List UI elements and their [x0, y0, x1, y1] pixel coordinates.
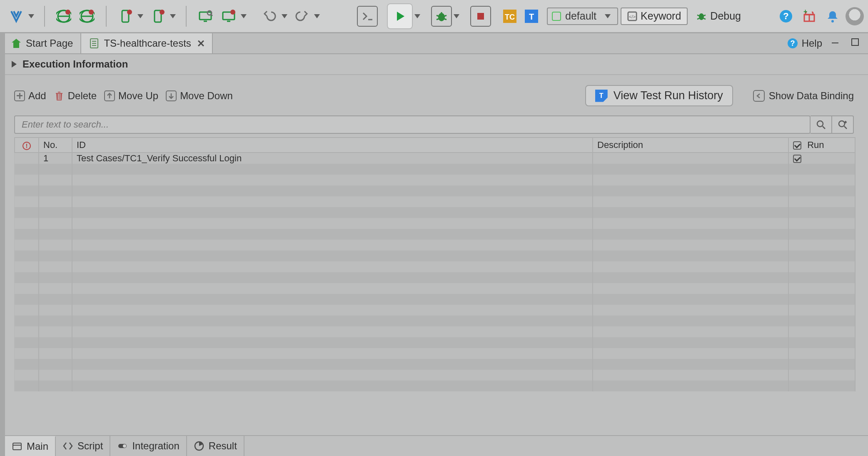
test-cases-table: ! No. ID Description Run 1Test Cases/TC1… — [0, 134, 868, 391]
undo-icon[interactable] — [259, 6, 280, 27]
test-list-toolbar: Add Delete Move Up Move Down View Test R… — [0, 75, 868, 113]
svg-point-20 — [699, 13, 704, 20]
bottom-tab-main[interactable]: Main — [5, 436, 56, 456]
trash-icon — [54, 90, 65, 101]
desktop-record-icon[interactable] — [218, 6, 239, 27]
svg-rect-29 — [852, 39, 858, 45]
delete-button[interactable]: Delete — [54, 90, 97, 102]
move-up-button[interactable]: Move Up — [104, 90, 158, 102]
bottom-tab-result[interactable]: Result — [187, 436, 244, 456]
debug-label: Debug — [710, 10, 741, 22]
svg-point-11 — [230, 10, 235, 15]
undo-caret-icon[interactable] — [282, 14, 287, 18]
table-row — [15, 337, 855, 348]
header-id[interactable]: ID — [72, 138, 593, 153]
execution-info-header[interactable]: Execution Information — [0, 54, 868, 75]
testops-icon[interactable]: T — [522, 6, 541, 27]
svg-text:TC: TC — [505, 13, 515, 21]
bottom-tab-integration[interactable]: Integration — [110, 436, 187, 456]
browser-record-green-icon[interactable] — [53, 6, 74, 27]
profile-icon — [552, 12, 561, 21]
svg-point-25 — [831, 20, 834, 23]
table-row — [15, 185, 855, 196]
search-row — [0, 113, 868, 134]
table-row — [15, 316, 855, 326]
table-row[interactable]: 1Test Cases/TC1_Verify Successful Login — [15, 153, 855, 164]
mobile-record-2-icon[interactable] — [147, 6, 168, 27]
header-no[interactable]: No. — [39, 138, 72, 153]
tab-close-icon[interactable] — [197, 40, 205, 47]
svg-text:?: ? — [790, 39, 795, 48]
redo-icon[interactable] — [292, 6, 312, 27]
debug-bug-icon[interactable] — [431, 6, 452, 27]
table-row — [15, 326, 855, 337]
run-button[interactable] — [387, 3, 413, 29]
table-row — [15, 196, 855, 207]
add-button[interactable]: Add — [14, 90, 46, 102]
redo-caret-icon[interactable] — [314, 14, 320, 18]
svg-point-1 — [65, 10, 70, 15]
desktop-caret-icon[interactable] — [241, 14, 247, 18]
mobile-2-caret-icon[interactable] — [170, 14, 176, 18]
profile-label: default — [565, 10, 596, 22]
move-down-button[interactable]: Move Down — [166, 90, 233, 102]
table-row — [15, 229, 855, 240]
svg-text:+: + — [803, 9, 807, 15]
browser-record-red-icon[interactable] — [77, 6, 97, 27]
arrow-up-icon — [104, 90, 115, 101]
mobile-1-caret-icon[interactable] — [137, 14, 143, 18]
table-row — [15, 218, 855, 229]
header-run[interactable]: Run — [788, 138, 855, 153]
svg-point-5 — [127, 10, 132, 15]
bottom-tab-script[interactable]: Script — [56, 436, 110, 456]
search-button[interactable] — [811, 115, 832, 134]
tab-start-label: Start Page — [26, 38, 73, 49]
desktop-spy-icon[interactable] — [195, 6, 216, 27]
bottom-tab-bar: Main Script Integration Result — [5, 435, 868, 456]
header-desc[interactable]: Description — [593, 138, 788, 153]
view-history-button[interactable]: View Test Run History — [585, 85, 733, 106]
debug-caret-icon[interactable] — [454, 14, 459, 18]
warning-icon: ! — [22, 142, 31, 150]
app-logo-icon[interactable] — [6, 6, 27, 27]
execution-info-title: Execution Information — [22, 58, 128, 70]
mobile-record-1-icon[interactable] — [115, 6, 136, 27]
profile-caret-icon — [605, 14, 611, 18]
minimize-pane-icon[interactable] — [828, 37, 842, 50]
app-menu-caret-icon[interactable] — [28, 14, 34, 18]
debug-mode-toggle[interactable]: Debug — [690, 8, 747, 25]
search-add-button[interactable] — [832, 115, 854, 134]
run-caret-icon[interactable] — [414, 14, 420, 18]
stop-icon[interactable] — [470, 6, 491, 27]
arrow-down-icon — [166, 90, 177, 101]
run-checkbox[interactable] — [793, 155, 801, 163]
table-row — [15, 370, 855, 381]
notifications-icon[interactable] — [822, 6, 843, 27]
editor-help-link[interactable]: ? Help — [787, 38, 822, 49]
expand-triangle-icon[interactable] — [12, 61, 17, 68]
show-data-binding-link[interactable]: Show Data Binding — [753, 90, 854, 102]
tab-test-suite[interactable]: TS-healthcare-tests — [81, 33, 212, 53]
header-run-checkbox[interactable] — [793, 141, 801, 150]
svg-point-34 — [123, 444, 126, 448]
svg-point-7 — [160, 10, 165, 15]
search-input[interactable] — [14, 115, 811, 134]
user-avatar[interactable] — [846, 7, 864, 25]
editor-tab-bar: Start Page TS-healthcare-tests ? Help — [0, 33, 868, 54]
svg-rect-13 — [477, 13, 484, 20]
back-arrow-icon — [753, 90, 765, 102]
help-label: Help — [802, 38, 822, 49]
svg-point-30 — [817, 121, 823, 127]
help-circle-icon[interactable]: ? — [776, 6, 796, 27]
gift-icon[interactable]: + — [799, 6, 820, 27]
tab-start-page[interactable]: Start Page — [3, 33, 81, 53]
svg-rect-32 — [13, 443, 21, 450]
terminal-icon[interactable] — [357, 6, 378, 27]
table-row — [15, 175, 855, 185]
execution-profile-dropdown[interactable]: default — [547, 8, 618, 25]
svg-point-3 — [89, 10, 94, 15]
keyword-mode-toggle[interactable]: </> Keyword — [621, 8, 688, 25]
table-row — [15, 272, 855, 283]
maximize-pane-icon[interactable] — [848, 37, 862, 50]
testcloud-icon[interactable]: TC — [500, 6, 519, 27]
